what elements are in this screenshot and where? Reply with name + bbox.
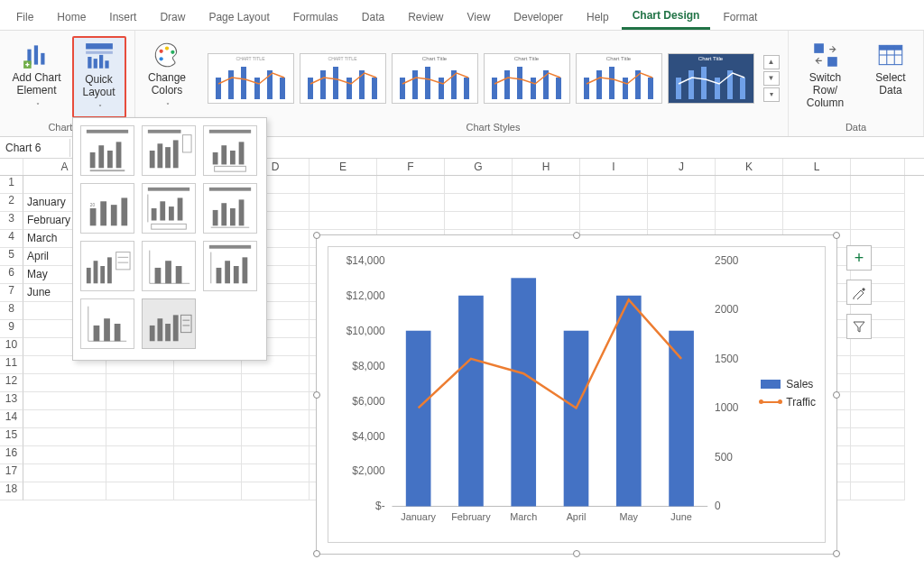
layout-9[interactable] (203, 241, 257, 291)
cell[interactable] (513, 194, 580, 212)
cell[interactable] (851, 392, 905, 410)
cell[interactable] (377, 212, 445, 230)
layout-3[interactable] (203, 125, 257, 176)
cell[interactable] (851, 194, 905, 212)
cell[interactable] (716, 194, 783, 212)
cell[interactable] (851, 356, 905, 374)
change-colors-button[interactable]: Change Colors (140, 36, 194, 115)
cell[interactable] (174, 374, 242, 392)
row-header-4[interactable]: 4 (0, 230, 23, 248)
tab-data[interactable]: Data (351, 5, 395, 29)
cell[interactable] (23, 392, 106, 410)
cell[interactable] (23, 446, 106, 464)
layout-1[interactable] (80, 125, 134, 176)
col-L[interactable]: L (783, 159, 851, 175)
cell[interactable] (242, 392, 310, 410)
name-box[interactable]: Chart 6 (0, 139, 70, 157)
layout-2[interactable] (142, 125, 196, 176)
cell[interactable] (513, 212, 580, 230)
cell[interactable] (851, 428, 905, 446)
cell[interactable] (783, 176, 851, 194)
col-I[interactable]: I (580, 159, 648, 175)
cell[interactable] (851, 338, 905, 356)
row-header-15[interactable]: 15 (0, 428, 23, 446)
cell[interactable] (106, 374, 174, 392)
row-header-13[interactable]: 13 (0, 392, 23, 410)
row-header-18[interactable]: 18 (0, 482, 23, 500)
cell[interactable] (174, 392, 242, 410)
chart-style-5[interactable]: Chart Title (576, 53, 662, 104)
row-header-11[interactable]: 11 (0, 356, 23, 374)
cell[interactable] (242, 446, 310, 464)
row-header-1[interactable]: 1 (0, 176, 23, 194)
layout-5[interactable] (142, 183, 196, 234)
cell[interactable] (513, 176, 580, 194)
cell[interactable] (445, 194, 513, 212)
cell[interactable] (242, 482, 310, 500)
quick-layout-button[interactable]: Quick Layout (72, 36, 126, 118)
cell[interactable] (851, 212, 905, 230)
embedded-chart[interactable]: $14,000$12,000$10,000$8,000$6,000$4,000$… (316, 234, 837, 555)
tab-formulas[interactable]: Formulas (282, 5, 349, 29)
cell[interactable] (106, 428, 174, 446)
chart-style-4[interactable]: Chart Title (484, 53, 570, 104)
layout-10[interactable] (80, 298, 134, 349)
layout-7[interactable] (80, 241, 134, 291)
cell[interactable] (377, 194, 445, 212)
cell[interactable] (23, 482, 106, 500)
tab-draw[interactable]: Draw (149, 5, 196, 29)
chart-style-6[interactable]: Chart Title (668, 53, 754, 104)
cell[interactable] (648, 212, 716, 230)
col-H[interactable]: H (513, 159, 580, 175)
col-F[interactable]: F (377, 159, 445, 175)
cell[interactable] (716, 212, 783, 230)
cell[interactable] (174, 482, 242, 500)
row-header-6[interactable]: 6 (0, 266, 23, 284)
row-header-8[interactable]: 8 (0, 302, 23, 320)
chart-style-2[interactable]: CHART TITLE (300, 53, 386, 104)
cell[interactable] (851, 374, 905, 392)
row-header-7[interactable]: 7 (0, 284, 23, 302)
chart-style-up[interactable]: ▲ (763, 55, 780, 69)
cell[interactable] (648, 194, 716, 212)
cell[interactable] (106, 446, 174, 464)
cell[interactable] (106, 392, 174, 410)
chart-elements-button[interactable]: + (846, 245, 872, 271)
cell[interactable] (783, 194, 851, 212)
cell[interactable] (377, 176, 445, 194)
cell[interactable] (580, 212, 648, 230)
col-J[interactable]: J (648, 159, 716, 175)
cell[interactable] (310, 212, 377, 230)
cell[interactable] (445, 212, 513, 230)
tab-review[interactable]: Review (397, 5, 454, 29)
tab-developer[interactable]: Developer (503, 5, 574, 29)
cell[interactable] (23, 428, 106, 446)
cell[interactable] (580, 176, 648, 194)
col-E[interactable]: E (310, 159, 377, 175)
layout-11[interactable] (142, 298, 196, 349)
tab-chart-design[interactable]: Chart Design (622, 4, 711, 30)
tab-help[interactable]: Help (576, 5, 620, 29)
cell[interactable] (580, 194, 648, 212)
cell[interactable] (106, 464, 174, 482)
tab-pagelayout[interactable]: Page Layout (198, 5, 280, 29)
cell[interactable] (106, 410, 174, 428)
switch-row-column-button[interactable]: Switch Row/ Column (794, 36, 856, 113)
select-data-button[interactable]: Select Data (864, 36, 918, 101)
cell[interactable] (242, 410, 310, 428)
tab-file[interactable]: File (5, 5, 44, 29)
cell[interactable] (174, 410, 242, 428)
cell[interactable] (174, 464, 242, 482)
tab-home[interactable]: Home (46, 5, 97, 29)
cell[interactable] (310, 176, 377, 194)
cell[interactable] (851, 446, 905, 464)
cell[interactable] (23, 464, 106, 482)
chart-style-1[interactable]: CHART TITLE (208, 53, 294, 104)
cell[interactable] (851, 176, 905, 194)
chart-legend[interactable]: Sales Traffic (761, 378, 816, 414)
cell[interactable] (106, 482, 174, 500)
chart-filters-button[interactable] (846, 314, 872, 339)
cell[interactable] (783, 212, 851, 230)
cell[interactable] (716, 176, 783, 194)
add-chart-element-button[interactable]: Add Chart Element (8, 36, 64, 115)
